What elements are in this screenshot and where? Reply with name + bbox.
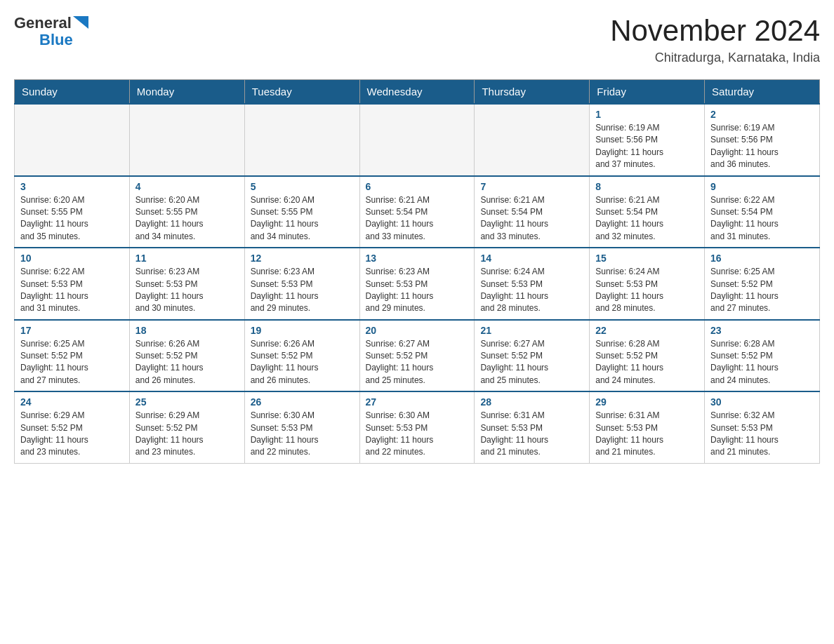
logo-general: General [14,14,72,32]
calendar-header-wednesday: Wednesday [359,80,475,105]
calendar-header-sunday: Sunday [15,80,130,105]
calendar-header-monday: Monday [129,80,244,105]
calendar-cell: 22Sunrise: 6:28 AM Sunset: 5:52 PM Dayli… [590,320,705,392]
day-info: Sunrise: 6:29 AM Sunset: 5:52 PM Dayligh… [135,410,239,459]
day-info: Sunrise: 6:24 AM Sunset: 5:53 PM Dayligh… [595,266,699,315]
calendar-cell: 12Sunrise: 6:23 AM Sunset: 5:53 PM Dayli… [244,248,359,320]
day-number: 8 [595,181,699,192]
day-info: Sunrise: 6:21 AM Sunset: 5:54 PM Dayligh… [480,194,583,243]
day-info: Sunrise: 6:27 AM Sunset: 5:52 PM Dayligh… [366,338,469,387]
calendar-header-friday: Friday [590,80,705,105]
calendar-cell: 9Sunrise: 6:22 AM Sunset: 5:54 PM Daylig… [705,176,820,248]
day-number: 9 [710,181,814,192]
calendar-table: SundayMondayTuesdayWednesdayThursdayFrid… [14,79,820,464]
title-section: November 2024 Chitradurga, Karnataka, In… [610,14,820,65]
day-number: 23 [710,325,814,336]
day-info: Sunrise: 6:31 AM Sunset: 5:53 PM Dayligh… [595,410,699,459]
day-number: 15 [595,253,699,264]
day-info: Sunrise: 6:19 AM Sunset: 5:56 PM Dayligh… [595,122,699,171]
calendar-cell: 25Sunrise: 6:29 AM Sunset: 5:52 PM Dayli… [129,391,244,463]
calendar-header-saturday: Saturday [705,80,820,105]
calendar-cell: 8Sunrise: 6:21 AM Sunset: 5:54 PM Daylig… [590,176,705,248]
day-info: Sunrise: 6:32 AM Sunset: 5:53 PM Dayligh… [710,410,814,459]
day-info: Sunrise: 6:31 AM Sunset: 5:53 PM Dayligh… [480,410,583,459]
calendar-cell: 29Sunrise: 6:31 AM Sunset: 5:53 PM Dayli… [590,391,705,463]
calendar-cell [359,104,475,176]
logo: General Blue [14,14,88,49]
day-number: 13 [366,253,469,264]
day-number: 26 [251,396,354,408]
calendar-cell: 15Sunrise: 6:24 AM Sunset: 5:53 PM Dayli… [590,248,705,320]
day-info: Sunrise: 6:28 AM Sunset: 5:52 PM Dayligh… [710,338,814,387]
day-info: Sunrise: 6:24 AM Sunset: 5:53 PM Dayligh… [480,266,583,315]
calendar-cell: 19Sunrise: 6:26 AM Sunset: 5:52 PM Dayli… [244,320,359,392]
calendar-cell: 6Sunrise: 6:21 AM Sunset: 5:54 PM Daylig… [359,176,475,248]
calendar-header-thursday: Thursday [475,80,590,105]
day-number: 10 [20,253,124,264]
calendar-cell: 23Sunrise: 6:28 AM Sunset: 5:52 PM Dayli… [705,320,820,392]
calendar-cell [244,104,359,176]
week-row-2: 3Sunrise: 6:20 AM Sunset: 5:55 PM Daylig… [15,176,820,248]
day-info: Sunrise: 6:23 AM Sunset: 5:53 PM Dayligh… [366,266,469,315]
day-info: Sunrise: 6:25 AM Sunset: 5:52 PM Dayligh… [20,338,124,387]
day-number: 11 [135,253,239,264]
day-number: 7 [480,181,583,192]
day-info: Sunrise: 6:21 AM Sunset: 5:54 PM Dayligh… [366,194,469,243]
logo-arrow-icon [73,16,88,32]
calendar-cell [475,104,590,176]
week-row-3: 10Sunrise: 6:22 AM Sunset: 5:53 PM Dayli… [15,248,820,320]
day-number: 2 [710,109,814,120]
day-number: 21 [480,325,583,336]
calendar-cell: 1Sunrise: 6:19 AM Sunset: 5:56 PM Daylig… [590,104,705,176]
day-info: Sunrise: 6:23 AM Sunset: 5:53 PM Dayligh… [135,266,239,315]
day-number: 17 [20,325,124,336]
week-row-1: 1Sunrise: 6:19 AM Sunset: 5:56 PM Daylig… [15,104,820,176]
calendar-cell: 10Sunrise: 6:22 AM Sunset: 5:53 PM Dayli… [15,248,130,320]
calendar-cell [129,104,244,176]
calendar-cell: 4Sunrise: 6:20 AM Sunset: 5:55 PM Daylig… [129,176,244,248]
calendar-cell: 17Sunrise: 6:25 AM Sunset: 5:52 PM Dayli… [15,320,130,392]
day-number: 6 [366,181,469,192]
day-number: 5 [251,181,354,192]
calendar-cell: 24Sunrise: 6:29 AM Sunset: 5:52 PM Dayli… [15,391,130,463]
svg-marker-0 [73,16,88,29]
calendar-cell: 30Sunrise: 6:32 AM Sunset: 5:53 PM Dayli… [705,391,820,463]
calendar-cell: 27Sunrise: 6:30 AM Sunset: 5:53 PM Dayli… [359,391,475,463]
day-info: Sunrise: 6:23 AM Sunset: 5:53 PM Dayligh… [251,266,354,315]
calendar-cell: 21Sunrise: 6:27 AM Sunset: 5:52 PM Dayli… [475,320,590,392]
day-info: Sunrise: 6:20 AM Sunset: 5:55 PM Dayligh… [251,194,354,243]
day-info: Sunrise: 6:30 AM Sunset: 5:53 PM Dayligh… [251,410,354,459]
day-number: 28 [480,396,583,408]
day-number: 16 [710,253,814,264]
day-number: 30 [710,396,814,408]
day-number: 29 [595,396,699,408]
day-info: Sunrise: 6:20 AM Sunset: 5:55 PM Dayligh… [135,194,239,243]
calendar-cell: 5Sunrise: 6:20 AM Sunset: 5:55 PM Daylig… [244,176,359,248]
calendar-cell: 14Sunrise: 6:24 AM Sunset: 5:53 PM Dayli… [475,248,590,320]
calendar-cell: 13Sunrise: 6:23 AM Sunset: 5:53 PM Dayli… [359,248,475,320]
day-number: 19 [251,325,354,336]
location-subtitle: Chitradurga, Karnataka, India [610,51,820,65]
calendar-header-tuesday: Tuesday [244,80,359,105]
day-number: 14 [480,253,583,264]
day-number: 20 [366,325,469,336]
calendar-header-row: SundayMondayTuesdayWednesdayThursdayFrid… [15,80,820,105]
week-row-4: 17Sunrise: 6:25 AM Sunset: 5:52 PM Dayli… [15,320,820,392]
day-number: 1 [595,109,699,120]
day-number: 3 [20,181,124,192]
calendar-cell: 2Sunrise: 6:19 AM Sunset: 5:56 PM Daylig… [705,104,820,176]
calendar-cell: 7Sunrise: 6:21 AM Sunset: 5:54 PM Daylig… [475,176,590,248]
day-info: Sunrise: 6:25 AM Sunset: 5:52 PM Dayligh… [710,266,814,315]
day-number: 12 [251,253,354,264]
day-number: 25 [135,396,239,408]
day-info: Sunrise: 6:22 AM Sunset: 5:54 PM Dayligh… [710,194,814,243]
day-number: 18 [135,325,239,336]
calendar-cell: 26Sunrise: 6:30 AM Sunset: 5:53 PM Dayli… [244,391,359,463]
day-info: Sunrise: 6:27 AM Sunset: 5:52 PM Dayligh… [480,338,583,387]
logo-blue: Blue [39,31,73,49]
day-number: 24 [20,396,124,408]
day-info: Sunrise: 6:28 AM Sunset: 5:52 PM Dayligh… [595,338,699,387]
page-header: General Blue November 2024 Chitradurga, … [14,14,820,65]
day-info: Sunrise: 6:22 AM Sunset: 5:53 PM Dayligh… [20,266,124,315]
day-info: Sunrise: 6:19 AM Sunset: 5:56 PM Dayligh… [710,122,814,171]
